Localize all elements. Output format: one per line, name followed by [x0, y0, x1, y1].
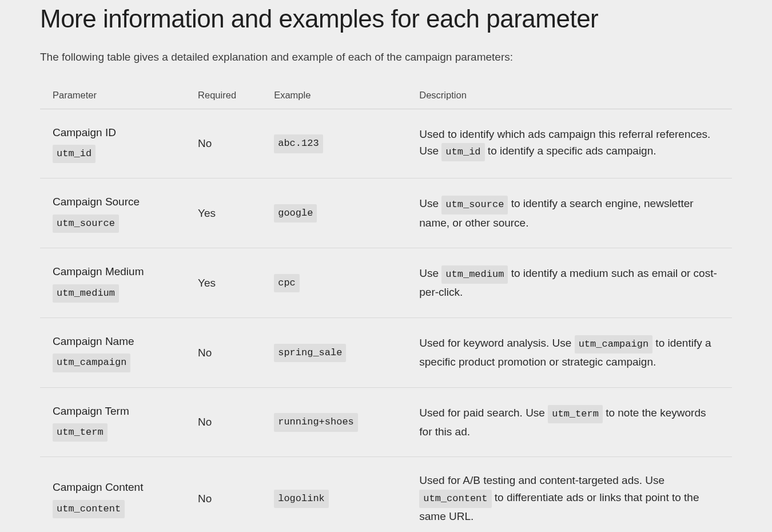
description-pre: Used for paid search. Use: [419, 407, 548, 419]
example-code: cpc: [274, 274, 300, 292]
parameter-cell: Campaign IDutm_id: [40, 109, 185, 178]
col-header-required: Required: [185, 82, 261, 109]
description-cell: Used for A/B testing and content-targete…: [407, 457, 732, 532]
table-row: Campaign Nameutm_campaignNospring_saleUs…: [40, 317, 732, 387]
col-header-parameter: Parameter: [40, 82, 185, 109]
parameter-code: utm_id: [53, 145, 95, 163]
parameter-label: Campaign Content: [53, 479, 173, 495]
table-row: Campaign IDutm_idNoabc.123Used to identi…: [40, 109, 732, 178]
description-text: Use utm_source to identify a search engi…: [419, 197, 693, 228]
parameter-cell: Campaign Nameutm_campaign: [40, 317, 185, 387]
example-cell: google: [261, 178, 407, 248]
example-cell: running+shoes: [261, 387, 407, 457]
table-row: Campaign Sourceutm_sourceYesgoogleUse ut…: [40, 178, 732, 248]
parameter-cell: Campaign Contentutm_content: [40, 457, 185, 532]
description-text: Used to identify which ads campaign this…: [419, 128, 710, 157]
description-code: utm_source: [441, 196, 508, 214]
required-cell: No: [185, 109, 261, 178]
description-pre: Use: [419, 267, 441, 279]
description-text: Used for paid search. Use utm_term to no…: [419, 407, 706, 438]
parameter-label: Campaign Name: [53, 333, 173, 350]
description-code: utm_medium: [441, 265, 508, 284]
description-cell: Used to identify which ads campaign this…: [407, 109, 732, 178]
parameter-label: Campaign Source: [53, 193, 173, 210]
table-row: Campaign Contentutm_contentNologolinkUse…: [40, 457, 732, 532]
parameter-code: utm_campaign: [53, 354, 130, 372]
description-pre: Use: [419, 197, 441, 209]
description-text: Used for keyword analysis. Use utm_campa…: [419, 337, 711, 368]
required-cell: Yes: [185, 178, 261, 248]
description-code: utm_term: [548, 405, 603, 423]
parameter-code: utm_content: [53, 500, 125, 518]
page-title: More information and examples for each p…: [40, 0, 732, 33]
description-cell: Used for keyword analysis. Use utm_campa…: [407, 317, 732, 387]
parameter-cell: Campaign Mediumutm_medium: [40, 248, 185, 318]
example-code: abc.123: [274, 134, 323, 153]
parameter-cell: Campaign Sourceutm_source: [40, 178, 185, 248]
description-pre: Used for keyword analysis. Use: [419, 337, 574, 349]
example-code: spring_sale: [274, 344, 346, 362]
description-cell: Used for paid search. Use utm_term to no…: [407, 387, 732, 457]
description-cell: Use utm_source to identify a search engi…: [407, 178, 732, 248]
col-header-example: Example: [261, 82, 407, 109]
example-code: running+shoes: [274, 413, 358, 431]
description-text: Used for A/B testing and content-targete…: [419, 474, 699, 522]
description-code: utm_id: [441, 143, 484, 161]
required-cell: No: [185, 457, 261, 532]
parameter-cell: Campaign Termutm_term: [40, 387, 185, 457]
col-header-description: Description: [407, 82, 732, 109]
page-container: More information and examples for each p…: [0, 0, 772, 532]
example-code: google: [274, 204, 317, 223]
parameter-code: utm_medium: [53, 284, 119, 303]
intro-paragraph: The following table gives a detailed exp…: [40, 49, 732, 66]
parameter-label: Campaign Medium: [53, 263, 173, 280]
parameters-table: Parameter Required Example Description C…: [40, 82, 732, 533]
description-pre: Used for A/B testing and content-targete…: [419, 474, 664, 486]
parameter-label: Campaign ID: [53, 124, 173, 141]
description-text: Use utm_medium to identify a medium such…: [419, 267, 717, 298]
table-header-row: Parameter Required Example Description: [40, 82, 732, 109]
description-code: utm_campaign: [575, 335, 652, 354]
example-code: logolink: [274, 490, 329, 508]
description-code: utm_content: [419, 490, 491, 508]
description-cell: Use utm_medium to identify a medium such…: [407, 248, 732, 318]
table-row: Campaign Termutm_termNorunning+shoesUsed…: [40, 387, 732, 457]
required-cell: No: [185, 387, 261, 457]
parameter-code: utm_term: [53, 423, 108, 442]
parameter-label: Campaign Term: [53, 403, 173, 419]
table-row: Campaign Mediumutm_mediumYescpcUse utm_m…: [40, 248, 732, 318]
required-cell: No: [185, 317, 261, 387]
parameter-code: utm_source: [53, 215, 119, 233]
example-cell: logolink: [261, 457, 407, 532]
example-cell: cpc: [261, 248, 407, 318]
example-cell: abc.123: [261, 109, 407, 178]
description-post: to identify a specific ads campaign.: [485, 145, 656, 157]
required-cell: Yes: [185, 248, 261, 318]
example-cell: spring_sale: [261, 317, 407, 387]
